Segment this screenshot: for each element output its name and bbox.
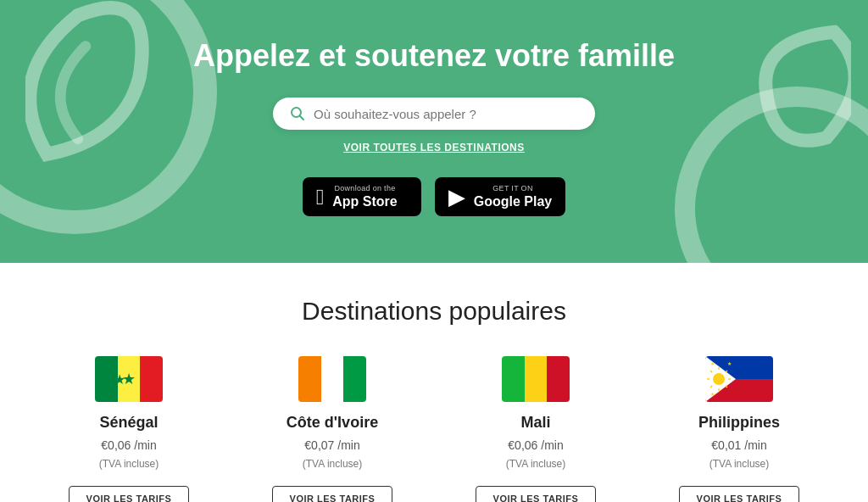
dest-name-ivoire: Côte d'Ivoire bbox=[287, 414, 378, 432]
tarifs-btn-senegal[interactable]: VOIR LES TARIFS bbox=[69, 486, 190, 502]
app-buttons-container:  Download on the App Store ▶ GET IT ON … bbox=[303, 177, 565, 216]
svg-text:★: ★ bbox=[727, 361, 732, 366]
search-bar[interactable] bbox=[273, 98, 595, 130]
svg-text:★: ★ bbox=[710, 361, 715, 366]
dest-card-senegal: ★ Sénégal €0,06 /min (TVA incluse) VOIR … bbox=[53, 356, 205, 502]
flag-philippines: ★ ★ ★ bbox=[705, 356, 773, 402]
svg-line-1 bbox=[300, 116, 304, 120]
svg-text:★: ★ bbox=[710, 392, 715, 397]
google-play-button[interactable]: ▶ GET IT ON Google Play bbox=[435, 177, 565, 216]
dest-card-ivoire: Côte d'Ivoire €0,07 /min (TVA incluse) V… bbox=[256, 356, 409, 502]
app-store-button[interactable]:  Download on the App Store bbox=[303, 177, 421, 216]
dest-price-senegal: €0,06 /min (TVA incluse) bbox=[99, 437, 159, 472]
google-play-name: Google Play bbox=[474, 193, 552, 209]
flag-ivoire bbox=[298, 356, 366, 402]
dest-price-mali: €0,06 /min (TVA incluse) bbox=[506, 437, 565, 472]
dest-name-philippines: Philippines bbox=[698, 414, 780, 432]
dest-card-philippines: ★ ★ ★ Philippines €0,01 /min (TVA inclus… bbox=[663, 356, 815, 502]
apple-icon:  bbox=[316, 186, 325, 208]
google-play-text: GET IT ON Google Play bbox=[474, 184, 552, 209]
tarifs-btn-philippines[interactable]: VOIR LES TARIFS bbox=[679, 486, 800, 502]
search-input[interactable] bbox=[314, 107, 551, 121]
app-store-name: App Store bbox=[332, 193, 397, 209]
dest-price-philippines: €0,01 /min (TVA incluse) bbox=[709, 437, 769, 472]
svg-point-5 bbox=[713, 373, 725, 385]
dest-price-ivoire: €0,07 /min (TVA incluse) bbox=[303, 437, 362, 472]
app-store-sub: Download on the bbox=[332, 184, 397, 193]
google-play-icon: ▶ bbox=[448, 186, 465, 208]
flag-mali bbox=[502, 356, 570, 402]
leaf-right-decoration bbox=[749, 17, 851, 153]
dest-name-mali: Mali bbox=[520, 414, 550, 432]
search-container bbox=[273, 98, 595, 130]
leaf-left-decoration bbox=[25, 0, 161, 170]
tarifs-btn-ivoire[interactable]: VOIR LES TARIFS bbox=[272, 486, 393, 502]
flag-senegal: ★ bbox=[95, 356, 163, 402]
app-store-text: Download on the App Store bbox=[332, 184, 397, 209]
destinations-section: Destinations populaires ★ Sénégal €0,06 … bbox=[0, 263, 868, 502]
hero-title: Appelez et soutenez votre famille bbox=[193, 38, 675, 74]
destinations-grid: ★ Sénégal €0,06 /min (TVA incluse) VOIR … bbox=[51, 356, 817, 502]
dest-card-mali: Mali €0,06 /min (TVA incluse) VOIR LES T… bbox=[459, 356, 612, 502]
search-icon bbox=[290, 106, 305, 121]
tarifs-btn-mali[interactable]: VOIR LES TARIFS bbox=[476, 486, 597, 502]
hero-section: Appelez et soutenez votre famille VOIR T… bbox=[0, 0, 868, 263]
voir-destinations-link[interactable]: VOIR TOUTES LES DESTINATIONS bbox=[343, 142, 525, 153]
dest-name-senegal: Sénégal bbox=[99, 414, 158, 432]
destinations-title: Destinations populaires bbox=[51, 297, 817, 326]
google-play-sub: GET IT ON bbox=[474, 184, 552, 193]
